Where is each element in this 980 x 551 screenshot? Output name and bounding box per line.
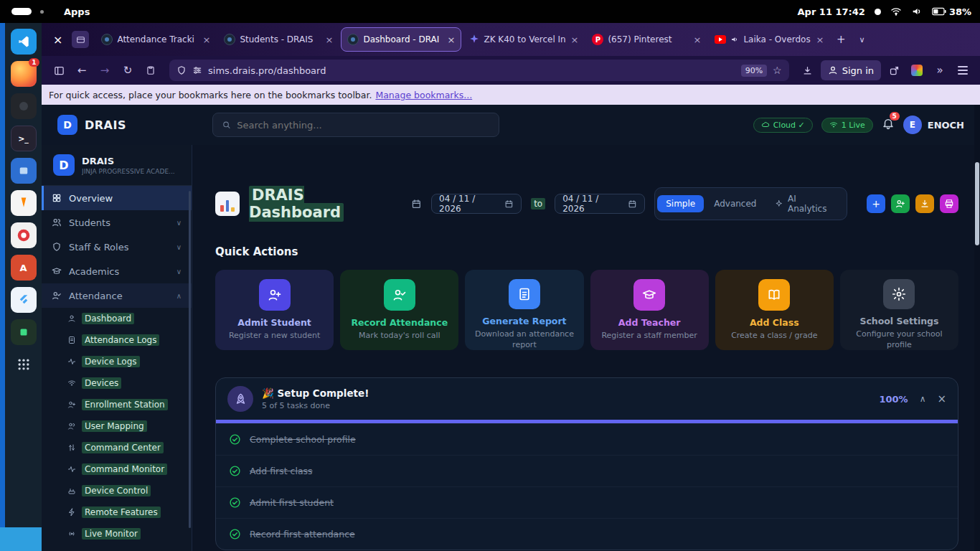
manage-bookmarks-link[interactable]: Manage bookmarks...: [375, 90, 472, 100]
sidebar-item-students[interactable]: Students ∨: [42, 210, 192, 235]
sidebar-subitem-attendance-logs[interactable]: Attendance Logs: [42, 329, 192, 351]
live-status-badge[interactable]: 1 Live: [821, 118, 873, 133]
battery-indicator[interactable]: 38%: [932, 6, 971, 17]
sidebar-item-academics[interactable]: Academics ∨: [42, 259, 192, 283]
tab-close-icon[interactable]: ×: [203, 34, 211, 45]
card-generate-report[interactable]: Generate Report Download an attendance r…: [465, 270, 583, 350]
task-admit-first-student[interactable]: Admit first student: [216, 486, 958, 518]
mode-advanced[interactable]: Advanced: [705, 195, 765, 212]
dismiss-close-icon[interactable]: ×: [937, 392, 946, 405]
sidebar-item-staff-roles[interactable]: Staff & Roles ∨: [42, 235, 192, 259]
apps-menu[interactable]: Apps: [64, 6, 90, 17]
org-block[interactable]: D DRAIS JINJA PROGRESSIVE ACADE...: [42, 145, 192, 186]
page-scrollbar-thumb[interactable]: [975, 162, 979, 245]
date-from-input[interactable]: 04 / 11 / 2026: [431, 194, 522, 214]
download-button[interactable]: [915, 194, 934, 213]
tab-pinterest[interactable]: P (657) Pinterest ×: [586, 27, 707, 52]
firefox-icon[interactable]: 1: [11, 61, 37, 87]
new-tab-button[interactable]: +: [831, 30, 850, 49]
calendar-icon[interactable]: [628, 199, 637, 209]
workspace-indicator[interactable]: [11, 8, 32, 15]
sidebar-subitem-dashboard[interactable]: Dashboard: [42, 308, 192, 329]
tab-attendance-tracking[interactable]: Attendance Tracki ×: [95, 27, 216, 52]
hamburger-menu-icon[interactable]: [953, 60, 973, 80]
workspace-dot[interactable]: [40, 10, 44, 14]
permissions-sliders-icon[interactable]: [192, 65, 202, 75]
red-a-app-icon[interactable]: A: [11, 255, 37, 281]
notifications-bell-icon[interactable]: 5: [882, 117, 895, 133]
extension-icon[interactable]: [907, 60, 927, 80]
dark-app-icon[interactable]: [11, 93, 37, 119]
card-record-attendance[interactable]: Record Attendance Mark today's roll call: [340, 270, 458, 350]
share-export-icon[interactable]: [884, 60, 904, 80]
sidebar-scrollbar[interactable]: [189, 191, 191, 528]
reload-button[interactable]: ↻: [118, 60, 138, 80]
tab-close-icon[interactable]: ×: [571, 34, 579, 45]
card-admit-student[interactable]: Admit Student Register a new student: [215, 270, 334, 350]
task-record-first-attendance[interactable]: Record first attendance: [216, 518, 958, 550]
downloads-icon[interactable]: [798, 60, 818, 80]
bookmark-star-icon[interactable]: ☆: [773, 65, 782, 76]
overflow-menu-icon[interactable]: »: [930, 60, 950, 80]
sign-in-button[interactable]: Sign in: [821, 60, 881, 80]
back-button[interactable]: ←: [72, 60, 92, 80]
window-close-button[interactable]: ×: [46, 33, 70, 47]
files-app-icon[interactable]: [11, 158, 37, 184]
sidebar-subitem-enrollment-station[interactable]: Enrollment Station: [42, 394, 192, 415]
card-add-class[interactable]: Add Class Create a class / grade: [715, 270, 834, 350]
date-to-input[interactable]: 04 / 11 / 2026: [555, 194, 645, 214]
tab-close-icon[interactable]: ×: [694, 34, 702, 45]
tab-students-drais[interactable]: Students - DRAIS ×: [218, 27, 339, 52]
export-users-button[interactable]: [891, 194, 910, 213]
forward-button[interactable]: →: [95, 60, 115, 80]
cloud-status-badge[interactable]: Cloud ✓: [753, 118, 813, 133]
drais-logo[interactable]: D: [57, 115, 77, 135]
sidebar-subitem-command-monitor[interactable]: Command Monitor: [42, 458, 192, 480]
tab-close-icon[interactable]: ×: [816, 34, 824, 45]
tab-dashboard-drais-active[interactable]: Dashboard - DRAI ×: [341, 27, 461, 52]
calendar-icon[interactable]: [504, 199, 514, 209]
show-apps-grid-icon[interactable]: [11, 352, 37, 377]
sidebar-subitem-device-logs[interactable]: Device Logs: [42, 351, 192, 372]
url-bar[interactable]: sims.drais.pro/dashboard 90% ☆: [169, 60, 789, 81]
task-complete-school-profile[interactable]: Complete school profile: [216, 423, 958, 455]
sidebar-item-attendance[interactable]: Attendance ∧: [42, 283, 192, 308]
user-menu[interactable]: E ENOCH: [903, 116, 964, 134]
flutter-icon[interactable]: [11, 287, 37, 313]
sidebar-subitem-devices[interactable]: Devices: [42, 372, 192, 394]
lifebuoy-help-icon[interactable]: [11, 222, 37, 248]
add-button[interactable]: +: [867, 194, 885, 213]
print-button[interactable]: [940, 194, 958, 213]
sidebar-subitem-remote-features[interactable]: Remote Features: [42, 501, 192, 523]
sidebar-subitem-device-control[interactable]: Device Control: [42, 480, 192, 501]
search-input[interactable]: [237, 120, 490, 131]
card-school-settings[interactable]: School Settings Configure your school pr…: [840, 270, 958, 350]
zoom-level-badge[interactable]: 90%: [741, 65, 767, 77]
collapse-chevron-icon[interactable]: ∧: [920, 394, 926, 404]
tab-zk-k40-vercel[interactable]: ZK K40 to Vercel In ×: [463, 27, 584, 52]
firefox-view-icon[interactable]: [72, 31, 89, 48]
sidebar-subitem-user-mapping[interactable]: User Mapping: [42, 415, 192, 437]
list-all-tabs-icon[interactable]: ∨: [852, 30, 871, 49]
task-add-first-class[interactable]: Add first class: [216, 455, 958, 486]
clock[interactable]: Apr 11 17:42: [798, 6, 865, 17]
package-app-icon[interactable]: [11, 319, 37, 345]
tab-overview-icon[interactable]: [49, 60, 69, 80]
tab-close-icon[interactable]: ×: [326, 34, 334, 45]
vlc-icon[interactable]: [11, 190, 37, 216]
vscode-icon[interactable]: [11, 29, 37, 55]
mode-simple[interactable]: Simple: [657, 195, 704, 212]
card-add-teacher[interactable]: Add Teacher Register a staff member: [590, 270, 709, 350]
tracking-shield-icon[interactable]: [176, 65, 187, 75]
tab-close-icon[interactable]: ×: [448, 34, 456, 45]
sidebar-subitem-live-monitor[interactable]: Live Monitor: [42, 523, 192, 545]
sidebar-item-overview[interactable]: Overview: [42, 186, 192, 210]
tab-audio-icon[interactable]: [730, 35, 739, 44]
sidebar-subitem-command-center[interactable]: Command Center: [42, 437, 192, 458]
mode-ai-analytics[interactable]: AI Analytics: [766, 190, 844, 217]
tab-laika-overdose[interactable]: Laika - Overdos ×: [709, 27, 829, 52]
global-search[interactable]: [212, 113, 499, 137]
clipboard-icon[interactable]: [141, 60, 161, 80]
terminal-icon[interactable]: >_: [11, 126, 37, 151]
url-text[interactable]: sims.drais.pro/dashboard: [208, 65, 735, 76]
